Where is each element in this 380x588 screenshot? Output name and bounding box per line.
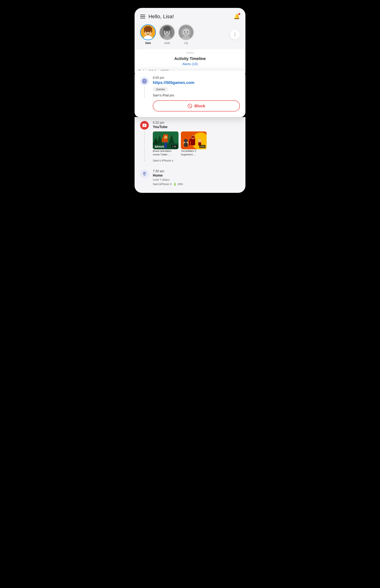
svg-point-14: [165, 31, 166, 33]
timeline-web-col: [140, 76, 149, 99]
web-card-content: 8:00 pm https://505games.com Games Sam's…: [153, 76, 240, 112]
svg-rect-38: [191, 137, 194, 137]
brave-thumbnail[interactable]: BRAVE 2:08: [153, 132, 178, 149]
battery-level: 19%: [177, 182, 183, 186]
profile-item-sam[interactable]: Sam: [140, 24, 156, 44]
svg-point-6: [149, 31, 150, 33]
notification-badge: [238, 13, 241, 16]
loc-device: Sam'siPhone X: [153, 182, 171, 186]
profile-name-jade: Jade: [164, 41, 170, 44]
svg-rect-44: [184, 143, 188, 147]
yt-timeline-line: [144, 131, 145, 162]
profile-name-sam: Sam: [145, 41, 151, 44]
incredibles-duration: 3:42: [199, 145, 206, 148]
web-activity-card: 8:00 pm https://505games.com Games Sam's…: [134, 71, 246, 117]
svg-point-5: [146, 31, 147, 33]
loc-timeline-col: [140, 170, 149, 186]
hamburger-menu-button[interactable]: [140, 15, 145, 19]
incredibles-video-item: 3:42 'Incredibles 2' Superhero ...: [181, 132, 207, 157]
svg-text:BRAVE: BRAVE: [155, 145, 164, 148]
location-entry: 7:30 am Home Until 7:30am Sam'siPhone X …: [140, 165, 240, 189]
globe-icon: [140, 77, 149, 85]
loc-until: Until 7:30am: [153, 178, 240, 181]
loc-time: 7:30 am: [153, 170, 240, 173]
yt-thumbnails: BRAVE 2:08 Brave animation movie Trailer…: [153, 132, 240, 157]
svg-point-15: [168, 31, 169, 33]
activity-title: Activity Timeline: [138, 57, 242, 61]
svg-point-13: [166, 26, 169, 29]
svg-rect-32: [164, 142, 167, 148]
yt-time: 5:32 pm: [153, 121, 240, 124]
svg-point-48: [144, 173, 145, 174]
location-icon-circle: [140, 170, 149, 178]
loc-place: Home: [153, 174, 240, 177]
block-label: Block: [194, 104, 205, 108]
timeline-line: [144, 87, 145, 99]
incredibles-thumbnail[interactable]: 3:42: [181, 132, 207, 149]
svg-point-21: [182, 36, 190, 40]
profile-item-lily[interactable]: Lily: [178, 24, 194, 44]
svg-point-19: [184, 31, 185, 33]
youtube-entry: 5:32 pm YouTube: [140, 117, 240, 165]
greeting-text: Hello, Lisa!: [149, 14, 233, 20]
incredibles-title: 'Incredibles 2' Superhero ...: [181, 149, 207, 157]
block-button[interactable]: 🚫 Block: [153, 100, 240, 112]
web-time: 8:00 pm: [153, 76, 240, 79]
web-url-link[interactable]: https://505games.com: [153, 80, 240, 85]
svg-point-20: [187, 31, 188, 33]
web-device: Sam's iPad pro: [153, 94, 240, 97]
drag-handle: [186, 53, 194, 53]
block-icon: 🚫: [188, 103, 192, 108]
avatar-sam: [140, 24, 156, 40]
yt-app-name: YouTube: [153, 125, 240, 129]
alerts-link[interactable]: Alerts (10): [138, 62, 242, 66]
avatar-jade: [159, 24, 175, 40]
brave-duration: 2:08: [171, 145, 177, 148]
battery-icon: 🔋 19%: [173, 182, 183, 186]
loc-content: 7:30 am Home Until 7:30am Sam'siPhone X …: [153, 170, 240, 186]
yt-device: Sam's iPhone x: [153, 159, 240, 162]
profile-name-lily: Lily: [184, 41, 188, 44]
brave-video-item: BRAVE 2:08 Brave animation movie Trailer…: [153, 132, 178, 157]
yt-timeline-col: [140, 121, 149, 162]
svg-point-2: [144, 26, 152, 32]
category-badge: Games: [153, 87, 168, 92]
svg-point-16: [163, 36, 171, 40]
more-profiles-button[interactable]: ⋮: [230, 30, 240, 39]
svg-rect-3: [144, 29, 145, 33]
brave-title: Brave animation movie Trailer ...: [153, 149, 178, 157]
svg-rect-4: [151, 29, 152, 33]
bottom-section: 5:32 pm YouTube: [134, 117, 246, 193]
profiles-row: Sam: [140, 24, 240, 44]
avatar-lily: [178, 24, 194, 40]
notification-button[interactable]: 🔔: [233, 14, 240, 20]
profile-item-jade[interactable]: Jade: [159, 24, 175, 44]
yt-content: 5:32 pm YouTube: [153, 121, 240, 162]
svg-point-40: [198, 139, 201, 142]
youtube-icon-circle: [140, 121, 149, 130]
loc-device-row: Sam'siPhone X 🔋 19%: [153, 182, 240, 186]
